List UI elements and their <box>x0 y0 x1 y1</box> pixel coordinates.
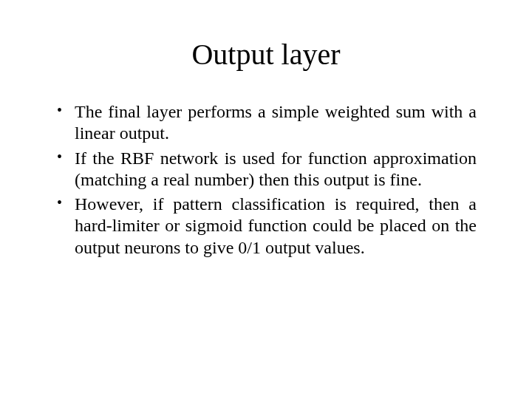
list-item: However, if pattern classification is re… <box>55 194 477 259</box>
list-item: If the RBF network is used for function … <box>55 148 477 191</box>
slide: Output layer The final layer performs a … <box>0 0 532 399</box>
list-item: The final layer performs a simple weight… <box>55 101 477 145</box>
bullet-list: The final layer performs a simple weight… <box>55 101 477 259</box>
slide-title: Output layer <box>55 37 477 72</box>
